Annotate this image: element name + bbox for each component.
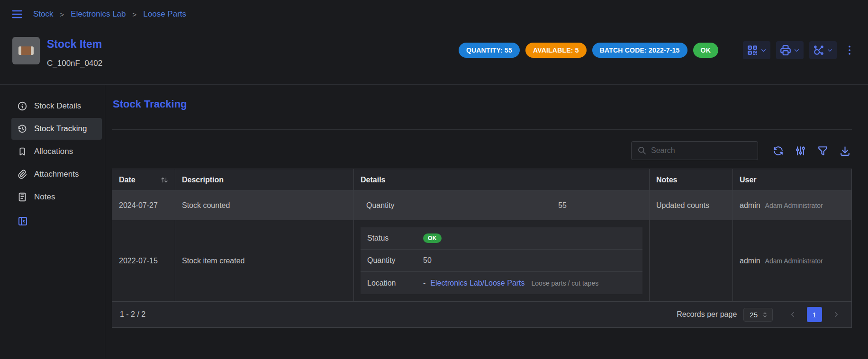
section-title: Stock Tracking [113,98,852,110]
detail-value: 55 [558,201,567,210]
app-window: Stock > Electronics Lab > Loose Parts St… [0,0,868,359]
column-header-label: Date [119,176,136,184]
stock-tracking-table: Date Description Details Notes User 2024… [112,169,852,328]
more-options-button[interactable] [842,41,857,59]
breadcrumb: Stock > Electronics Lab > Loose Parts [33,9,186,19]
next-page-button[interactable] [829,307,844,322]
column-header-user[interactable]: User [732,169,851,190]
refresh-button[interactable] [772,145,784,157]
cell-description: Stock item created [175,220,353,301]
cell-date: 2024-07-27 [112,191,175,220]
table-settings-button[interactable] [795,145,806,157]
details-subtable: Status OK Quantity 50 Location - Electro… [361,227,642,294]
breadcrumb-loose-parts[interactable]: Loose Parts [143,9,186,19]
detail-key: Status [367,234,423,242]
detail-dash: - [423,279,425,287]
cell-user: admin Adam Administrator [732,220,851,301]
sidebar-item-attachments[interactable]: Attachments [11,163,102,185]
location-link[interactable]: Electronics Lab/Loose Parts [430,279,524,287]
adjustments-icon [795,145,806,157]
record-range: 1 - 2 / 2 [120,310,145,319]
dots-vertical-icon [843,44,856,56]
user-full-name: Adam Administrator [765,202,823,209]
sidebar-item-stock-details[interactable]: Stock Details [11,95,102,117]
page-body: Stock Details Stock Tracking Allocations… [0,85,868,359]
cell-description: Stock counted [175,191,353,220]
stock-item-thumbnail[interactable] [12,37,40,64]
title-block: Stock Item C_100nF_0402 [47,37,102,68]
previous-page-button[interactable] [785,307,800,322]
chevron-down-icon [826,47,833,54]
filter-button[interactable] [817,145,829,157]
column-header-date[interactable]: Date [112,169,175,190]
chevron-left-icon [788,310,797,319]
barcode-actions-button[interactable] [743,41,770,59]
location-description: Loose parts / cut tapes [532,279,599,287]
paperclip-icon [17,169,27,180]
notes-icon [17,192,27,202]
sidebar-collapse-button[interactable] [17,215,28,227]
sidebar-item-label: Attachments [34,170,79,179]
table-row: 2024-07-27 Stock counted Quantity 55 Upd… [112,191,851,220]
records-per-page-label: Records per page [677,310,737,319]
cell-date: 2022-07-15 [112,220,175,301]
cell-notes [649,220,732,301]
table-footer: 1 - 2 / 2 Records per page 25 1 [112,302,851,327]
detail-key: Location [367,279,423,287]
status-ok-badge: OK [693,43,718,58]
quantity-badge: QUANTITY: 55 [459,43,520,58]
detail-row-quantity: Quantity 50 [361,250,642,272]
cell-notes: Updated counts [649,191,732,220]
page-header: Stock Item C_100nF_0402 QUANTITY: 55 AVA… [0,28,868,85]
bookmark-icon [17,146,27,157]
stock-item-part-name: C_100nF_0402 [47,59,102,68]
cell-user: admin Adam Administrator [732,191,851,220]
records-per-page-select[interactable]: 25 [743,308,773,322]
stock-operations-button[interactable] [809,41,837,59]
breadcrumb-electronics-lab[interactable]: Electronics Lab [71,9,126,19]
detail-row-status: Status OK [361,227,642,250]
user-full-name: Adam Administrator [765,257,823,265]
column-header-notes[interactable]: Notes [649,169,732,190]
sidebar-item-notes[interactable]: Notes [11,186,102,208]
breadcrumb-stock[interactable]: Stock [33,9,54,19]
column-header-description[interactable]: Description [175,169,353,190]
table-row: 2022-07-15 Stock item created Status OK … [112,220,851,302]
status-ok-badge: OK [423,233,442,243]
sidebar-item-stock-tracking[interactable]: Stock Tracking [11,118,102,140]
page-title: Stock Item [47,38,102,51]
download-icon [839,145,851,157]
chevron-down-icon [760,47,767,54]
section-divider [112,129,852,130]
header-actions [743,41,857,59]
filter-icon [817,145,829,157]
column-header-details[interactable]: Details [353,169,649,190]
topbar: Stock > Electronics Lab > Loose Parts [0,0,868,28]
menu-icon[interactable] [10,8,24,21]
search-box [631,141,758,160]
status-badges: QUANTITY: 55 AVAILABLE: 5 BATCH CODE: 20… [459,43,718,58]
selector-icon [761,311,769,318]
sort-icon[interactable] [161,176,168,184]
print-actions-button[interactable] [776,41,804,59]
refresh-icon [772,145,784,157]
table-toolbar [112,141,851,160]
table-header-row: Date Description Details Notes User [112,169,851,191]
page-1-button[interactable]: 1 [807,307,822,322]
cell-details: Quantity 55 [353,191,649,220]
sidebar: Stock Details Stock Tracking Allocations… [0,85,105,359]
search-input[interactable] [651,146,752,155]
search-icon [637,146,647,155]
capacitor-image [18,46,34,55]
download-button[interactable] [839,145,851,157]
info-circle-icon [17,101,27,111]
records-per-page-value: 25 [750,311,758,319]
sidebar-item-allocations[interactable]: Allocations [11,141,102,162]
detail-row-location: Location - Electronics Lab/Loose Parts L… [361,272,642,294]
stock-operations-icon [813,44,825,56]
username: admin [740,201,760,210]
available-badge: AVAILABLE: 5 [525,43,587,58]
detail-key: Quantity [366,201,422,210]
breadcrumb-separator: > [133,10,137,18]
batch-code-badge: BATCH CODE: 2022-7-15 [592,43,687,58]
